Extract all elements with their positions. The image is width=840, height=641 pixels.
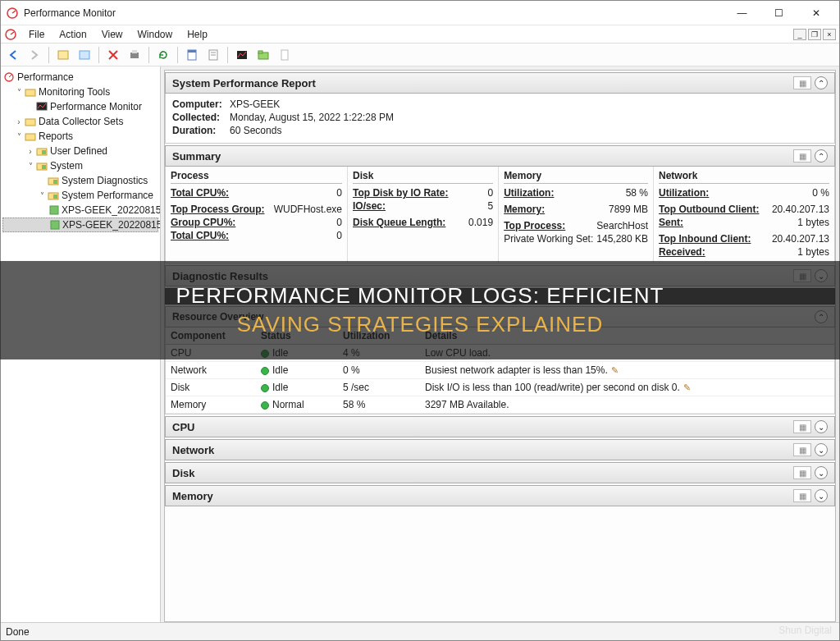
tree-node-data-collector-sets[interactable]: › Data Collector Sets (2, 114, 158, 129)
svg-rect-19 (25, 134, 35, 140)
mdi-restore[interactable]: ❐ (808, 29, 821, 40)
menu-help[interactable]: Help (180, 27, 214, 42)
view-graph-button[interactable] (233, 46, 251, 64)
menu-view[interactable]: View (95, 27, 130, 42)
app-icon (6, 7, 19, 20)
menu-file[interactable]: File (22, 27, 51, 42)
refresh-button[interactable] (154, 46, 172, 64)
collapse-icon[interactable]: ˅ (37, 191, 47, 200)
svg-rect-14 (281, 50, 288, 60)
mdi-buttons: _ ❐ × (793, 29, 836, 40)
section-system-performance-report[interactable]: System Performance Report ▦ ⌃ (165, 72, 835, 94)
collapse-icon[interactable]: ˅ (14, 132, 24, 141)
expand-icon[interactable]: ⌄ (815, 466, 828, 479)
view-folder-button[interactable] (254, 46, 272, 64)
maximize-button[interactable]: ☐ (760, 1, 797, 25)
tree-label: Reports (39, 130, 73, 142)
mdi-close[interactable]: × (823, 29, 836, 40)
section-disk[interactable]: Disk ▦ ⌄ (165, 462, 835, 483)
expand-icon[interactable]: › (14, 117, 24, 126)
svg-rect-25 (53, 180, 57, 184)
close-button[interactable]: ✕ (797, 1, 834, 25)
menu-action[interactable]: Action (52, 27, 93, 42)
pws-value: 145,280 KB (596, 233, 648, 245)
table-row[interactable]: Memory Normal 58 % 3297 MB Available. (166, 396, 834, 414)
table-row[interactable]: Network Idle 0 % Busiest network adapter… (166, 362, 834, 379)
tree-node-report-2[interactable]: XPS-GEEK_20220815 (2, 217, 158, 232)
tree-node-report-1[interactable]: XPS-GEEK_20220815 (2, 203, 158, 217)
section-title: Memory (172, 490, 793, 502)
report-folder-icon (47, 189, 60, 202)
computer-value: XPS-GEEK (230, 98, 280, 110)
back-button[interactable] (4, 46, 22, 64)
tree-node-system[interactable]: ˅ System (2, 158, 158, 173)
col-header: Network (659, 170, 829, 184)
report-folder-icon (35, 159, 48, 172)
cell-util: 5 /sec (338, 379, 420, 396)
toolbar (1, 43, 839, 66)
table-row[interactable]: Disk Idle 5 /sec Disk I/O is less than 1… (166, 379, 834, 396)
calendar-icon: ▦ (793, 489, 811, 502)
tree-node-user-defined[interactable]: › User Defined (2, 144, 158, 158)
perfmon-icon (2, 71, 16, 84)
collapse-icon[interactable]: ⌃ (815, 76, 828, 89)
cell-component: Disk (166, 379, 256, 396)
top-process-group-value: WUDFHost.exe (274, 204, 342, 215)
tree-node-reports[interactable]: ˅ Reports (2, 129, 158, 144)
collapse-icon[interactable]: ˅ (25, 162, 35, 171)
section-memory[interactable]: Memory ▦ ⌄ (165, 485, 835, 506)
cell-component: Memory (166, 396, 256, 414)
mdi-minimize[interactable]: _ (793, 29, 806, 40)
show-hide-console-tree-button[interactable] (54, 46, 72, 64)
print-button[interactable] (126, 46, 144, 64)
forward-button[interactable] (25, 46, 43, 64)
report-icon (49, 218, 61, 231)
col-header: Disk (353, 170, 493, 184)
menu-window[interactable]: Window (131, 27, 180, 42)
calendar-icon: ▦ (793, 420, 811, 433)
tree-node-performance[interactable]: Performance (2, 70, 158, 85)
svg-rect-21 (42, 150, 46, 154)
pws-label: Private Working Set: (504, 233, 593, 245)
expand-icon[interactable]: ⌄ (815, 489, 828, 502)
calendar-icon: ▦ (793, 149, 811, 163)
expand-icon[interactable]: ⌄ (815, 443, 828, 456)
overlay-line1: PERFORMANCE MONITOR LOGS: EFFICIENT (176, 283, 664, 309)
watermark: Shun Digital (778, 625, 832, 636)
view-page-button[interactable] (276, 46, 294, 64)
tree-label: Data Collector Sets (39, 116, 123, 127)
disk-queue-label: Disk Queue Length: (353, 217, 465, 228)
tree-node-monitoring-tools[interactable]: ˅ Monitoring Tools (2, 85, 158, 99)
top-process-value: SearchHost (596, 220, 648, 231)
section-title: System Performance Report (172, 77, 793, 89)
report-icon (48, 204, 60, 217)
view-report-button[interactable] (204, 46, 222, 64)
delete-button[interactable] (104, 46, 122, 64)
section-network[interactable]: Network ▦ ⌄ (165, 439, 835, 460)
svg-rect-18 (25, 119, 35, 126)
computer-label: Computer: (172, 98, 230, 110)
section-cpu[interactable]: CPU ▦ ⌄ (165, 416, 835, 437)
summary-memory: Memory Utilization:58 % Memory:7899 MB T… (498, 167, 653, 263)
titlebar: Performance Monitor — ☐ ✕ (1, 1, 839, 25)
view-log-button[interactable] (183, 46, 201, 64)
minimize-button[interactable]: — (724, 1, 760, 25)
edit-icon[interactable]: ✎ (683, 382, 693, 392)
overlay-banner: PERFORMANCE MONITOR LOGS: EFFICIENT SAVI… (0, 261, 840, 359)
top-process-label: Top Process: (504, 220, 593, 231)
expand-icon[interactable]: ⌄ (815, 420, 828, 433)
group-cpu-label: Group CPU%: (171, 217, 333, 228)
status-text: Done (6, 626, 30, 638)
section-summary[interactable]: Summary ▦ ⌃ (165, 145, 835, 167)
collapse-icon[interactable]: ⌃ (815, 149, 828, 163)
expand-icon[interactable]: › (25, 147, 35, 156)
properties-button[interactable] (75, 46, 94, 64)
tree-node-system-diagnostics[interactable]: System Diagnostics (2, 173, 158, 188)
sent-label: Sent: (659, 217, 794, 228)
collapse-icon[interactable]: ˅ (14, 88, 24, 97)
iosec-label: IO/sec: (353, 200, 484, 212)
total-cpu2-label: Total CPU%: (171, 230, 333, 241)
edit-icon[interactable]: ✎ (611, 365, 621, 375)
tree-node-system-performance[interactable]: ˅ System Performance (2, 188, 158, 203)
tree-node-performance-monitor[interactable]: Performance Monitor (2, 99, 158, 114)
